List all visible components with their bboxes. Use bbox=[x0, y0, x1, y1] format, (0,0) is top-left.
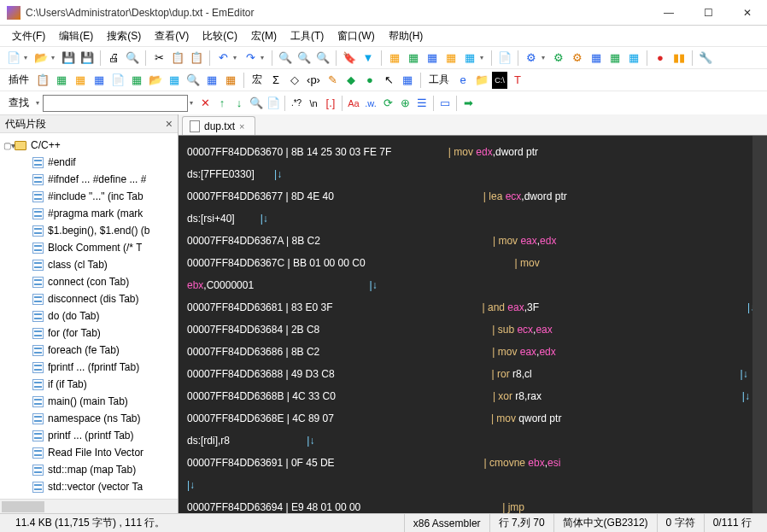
tab-dup-txt[interactable]: dup.txt × bbox=[182, 116, 255, 135]
tree-item[interactable]: #pragma mark (mark bbox=[0, 205, 178, 222]
tree-item[interactable]: printf ... (printf Tab) bbox=[0, 427, 178, 444]
inc-icon[interactable]: ⟳ bbox=[379, 95, 396, 112]
stop-icon[interactable]: ▮▮ bbox=[670, 50, 688, 67]
opt4-icon[interactable]: ▦ bbox=[588, 50, 605, 67]
find-input[interactable] bbox=[43, 95, 188, 112]
opt5-icon[interactable]: ▦ bbox=[606, 50, 624, 67]
tree-item[interactable]: std::vector (vector Ta bbox=[0, 478, 178, 495]
find-search-icon[interactable]: 🔍 bbox=[248, 95, 265, 112]
grid4-icon[interactable]: ▦ bbox=[442, 50, 460, 67]
m1-icon[interactable]: ◇ bbox=[286, 72, 303, 89]
tree-item[interactable]: connect (con Tab) bbox=[0, 273, 178, 290]
p5-icon[interactable]: 📄 bbox=[109, 72, 126, 89]
list-icon[interactable]: ☰ bbox=[413, 95, 430, 112]
record-icon[interactable]: ● bbox=[652, 50, 669, 67]
wrench-icon[interactable]: 🔧 bbox=[697, 50, 714, 67]
grid1-icon[interactable]: ▦ bbox=[386, 50, 403, 67]
save-icon[interactable]: 💾 bbox=[60, 50, 77, 67]
find-doc-icon[interactable]: 📄 bbox=[265, 95, 282, 112]
menu-item[interactable]: 查看(V) bbox=[149, 27, 194, 45]
tree-item[interactable]: fprintf ... (fprintf Tab) bbox=[0, 359, 178, 376]
p2-icon[interactable]: ▦ bbox=[53, 72, 70, 89]
find-icon[interactable]: 🔍 bbox=[277, 50, 294, 67]
opt2-icon[interactable]: ⚙ bbox=[550, 50, 567, 67]
snippet-tree[interactable]: ▢▾C/C++#endif#ifndef ... #define ... ##i… bbox=[0, 133, 178, 499]
t-icon[interactable]: T bbox=[509, 72, 526, 89]
menu-item[interactable]: 帮助(H) bbox=[384, 27, 429, 45]
m4-icon[interactable]: ◆ bbox=[343, 72, 360, 89]
save-all-icon[interactable]: 💾 bbox=[79, 50, 96, 67]
case-icon[interactable]: Aa bbox=[345, 95, 362, 112]
escape-icon[interactable]: \n bbox=[305, 95, 322, 112]
m3-icon[interactable]: ✎ bbox=[324, 72, 341, 89]
target-icon[interactable]: ⊕ bbox=[396, 95, 413, 112]
cut-icon[interactable]: ✂ bbox=[150, 50, 167, 67]
opt1-icon[interactable]: ⚙ bbox=[523, 50, 540, 67]
code-editor[interactable]: 00007FF84DD63670 | 8B 14 25 30 03 FE 7F … bbox=[179, 135, 767, 513]
grid2-icon[interactable]: ▦ bbox=[405, 50, 422, 67]
tree-item[interactable]: namespace (ns Tab) bbox=[0, 410, 178, 427]
paste-icon[interactable]: 📋 bbox=[188, 50, 205, 67]
p7-icon[interactable]: 📂 bbox=[147, 72, 164, 89]
m6-icon[interactable]: ▦ bbox=[399, 72, 416, 89]
copy-icon[interactable]: 📋 bbox=[169, 50, 186, 67]
find-next-icon[interactable]: ↓ bbox=[231, 95, 248, 112]
paren-icon[interactable]: [.] bbox=[322, 95, 339, 112]
ie-icon[interactable]: e bbox=[454, 72, 471, 89]
p1-icon[interactable]: 📋 bbox=[34, 72, 51, 89]
tree-item[interactable]: #ifndef ... #define ... # bbox=[0, 171, 178, 188]
tree-item[interactable]: main() (main Tab) bbox=[0, 393, 178, 410]
filter-icon[interactable]: ▼ bbox=[360, 50, 377, 67]
find-files-icon[interactable]: 🔍 bbox=[314, 50, 331, 67]
maximize-button[interactable]: ☐ bbox=[688, 0, 728, 26]
sidebar-close-icon[interactable]: × bbox=[166, 117, 173, 131]
find-x-icon[interactable]: ✕ bbox=[196, 95, 214, 112]
tree-item[interactable]: $1.begin(), $1.end() (b bbox=[0, 222, 178, 239]
go-icon[interactable]: ➡ bbox=[460, 95, 477, 112]
print-icon[interactable]: 🖨 bbox=[105, 50, 122, 67]
regex-icon[interactable]: .*? bbox=[288, 95, 305, 112]
tree-item[interactable]: Read File Into Vector bbox=[0, 444, 178, 461]
m2-icon[interactable]: ‹p› bbox=[305, 72, 322, 89]
editor-vscrollbar[interactable] bbox=[752, 136, 767, 513]
p4-icon[interactable]: ▦ bbox=[91, 72, 108, 89]
tree-item[interactable]: #endif bbox=[0, 154, 178, 171]
m5-icon[interactable]: ● bbox=[361, 72, 378, 89]
menu-item[interactable]: 比较(C) bbox=[197, 27, 243, 45]
p6-icon[interactable]: ▦ bbox=[128, 72, 145, 89]
tab-close-icon[interactable]: × bbox=[239, 121, 244, 132]
p3-icon[interactable]: ▦ bbox=[72, 72, 89, 89]
tree-item[interactable]: do (do Tab) bbox=[0, 307, 178, 324]
minimize-button[interactable]: — bbox=[649, 0, 688, 26]
tree-item[interactable]: for (for Tab) bbox=[0, 324, 178, 342]
find-prev-icon[interactable]: ↑ bbox=[214, 95, 231, 112]
tree-item[interactable]: #include "..." (inc Tab bbox=[0, 188, 178, 205]
grid5-icon[interactable]: ▦ bbox=[461, 50, 478, 67]
open-icon[interactable]: 📂 bbox=[32, 50, 50, 67]
p9-icon[interactable]: 🔍 bbox=[184, 72, 202, 89]
opt3-icon[interactable]: ⚙ bbox=[569, 50, 586, 67]
sel-icon[interactable]: ▭ bbox=[436, 95, 454, 112]
p11-icon[interactable]: ▦ bbox=[222, 72, 239, 89]
tree-item[interactable]: foreach (fe Tab) bbox=[0, 342, 178, 359]
tree-item[interactable]: if (if Tab) bbox=[0, 376, 178, 393]
p8-icon[interactable]: ▦ bbox=[166, 72, 183, 89]
word-icon[interactable]: .w. bbox=[362, 95, 379, 112]
close-button[interactable]: ✕ bbox=[728, 0, 767, 26]
opt6-icon[interactable]: ▦ bbox=[625, 50, 642, 67]
menu-item[interactable]: 窗口(W) bbox=[332, 27, 379, 45]
tree-item[interactable]: class (cl Tab) bbox=[0, 256, 178, 273]
grid3-icon[interactable]: ▦ bbox=[424, 50, 441, 67]
sigma-icon[interactable]: Σ bbox=[267, 72, 284, 89]
tree-item[interactable]: Block Comment (/* T bbox=[0, 239, 178, 256]
menu-item[interactable]: 编辑(E) bbox=[54, 27, 98, 45]
menu-item[interactable]: 搜索(S) bbox=[102, 27, 146, 45]
tree-item[interactable]: std::map (map Tab) bbox=[0, 461, 178, 478]
p10-icon[interactable]: ▦ bbox=[203, 72, 220, 89]
cmd-icon[interactable]: C:\ bbox=[492, 72, 507, 89]
tree-item[interactable]: disconnect (dis Tab) bbox=[0, 290, 178, 307]
print-preview-icon[interactable]: 🔍 bbox=[124, 50, 141, 67]
menu-item[interactable]: 宏(M) bbox=[246, 27, 282, 45]
cursor-icon[interactable]: ↖ bbox=[380, 72, 397, 89]
menu-item[interactable]: 文件(F) bbox=[7, 27, 50, 45]
